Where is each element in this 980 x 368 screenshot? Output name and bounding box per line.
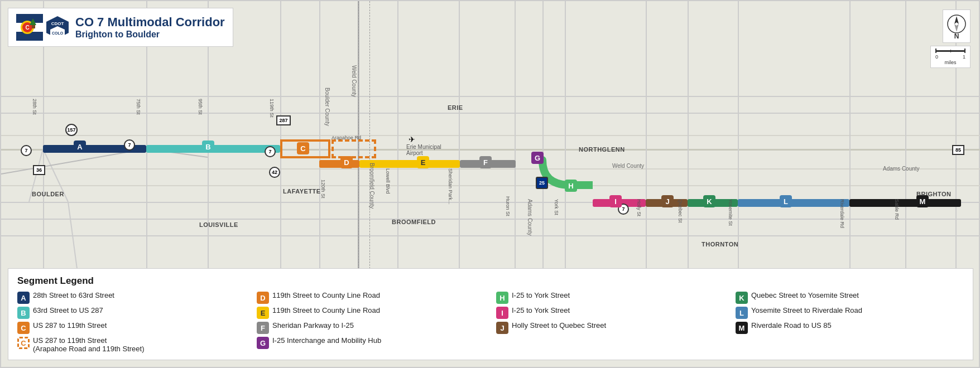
legend-item-e: E 119th Street to County Line Road xyxy=(257,306,485,319)
segment-d xyxy=(319,160,359,168)
legend-item-l: L Yosemite Street to Riverdale Road xyxy=(736,306,964,319)
hwy-36-shield: 36 xyxy=(33,165,45,175)
legend-badge-k: K xyxy=(736,292,748,304)
75th-st-label: 75th St xyxy=(136,99,141,115)
hwy-7-shield-1: 7 xyxy=(21,145,32,156)
sub-title: Brighton to Boulder xyxy=(75,30,225,40)
hwy-287-shield: 287 xyxy=(276,115,291,125)
legend-badge-l: L xyxy=(736,307,748,319)
segment-j-label: J xyxy=(661,195,674,207)
legend-box: Segment Legend A 28th Street to 63rd Str… xyxy=(8,268,973,360)
legend-title: Segment Legend xyxy=(17,275,964,287)
segment-c-map-label: C xyxy=(297,142,309,154)
louisville-label: LOUISVILLE xyxy=(199,221,238,228)
legend-label-m: Riverdale Road to US 85 xyxy=(751,321,832,330)
legend-label-c: US 287 to 119th Street xyxy=(33,321,107,330)
legend-badge-c2: C xyxy=(17,337,30,349)
erie-label: ERIE xyxy=(448,104,463,111)
sheridan-pkwy-label: Sheridan Park... xyxy=(448,168,453,205)
legend-label-h: I-25 to York Street xyxy=(512,291,570,299)
segment-h-label: H xyxy=(565,180,577,192)
120th-st-label: 120th St xyxy=(320,180,326,198)
legend-label-g: I-25 Interchange and Mobility Hub xyxy=(272,336,381,345)
svg-text:CDOT: CDOT xyxy=(51,21,64,26)
segment-m xyxy=(849,199,961,207)
legend-badge-d: D xyxy=(257,292,269,304)
segment-i-label: I xyxy=(609,195,622,207)
95th-st-label: 95th St xyxy=(198,99,203,115)
legend-grid: A 28th Street to 63rd Street B 63rd Stre… xyxy=(17,291,964,353)
thornton-label: THORNTON xyxy=(702,241,738,248)
york-st-label: York St xyxy=(554,199,559,215)
north-arrow: N xyxy=(943,9,971,43)
quebec-st-label: Quebec St xyxy=(678,199,683,223)
main-title: CO 7 Multimodal Corridor xyxy=(75,15,225,30)
hwy-7-shield-3: 7 xyxy=(265,146,276,157)
legend-item-d: D 119th Street to County Line Road xyxy=(257,291,485,304)
svg-marker-19 xyxy=(954,16,959,24)
legend-badge-g: G xyxy=(257,337,269,349)
broomfield-county-label: Broomfield County xyxy=(369,163,375,209)
segment-l-label: L xyxy=(780,195,792,207)
huron-st-label: Huron St xyxy=(505,196,511,216)
riverdale-rd-label: Riverdale Rd xyxy=(839,199,845,228)
legend-badge-i: I xyxy=(496,307,508,319)
hwy-7-shield-2: 7 xyxy=(124,139,135,151)
airport-label: Erie MunicipalAirport xyxy=(406,144,441,156)
legend-label-b: 63rd Street to US 287 xyxy=(33,306,103,314)
segment-g-map-label: G xyxy=(531,152,544,164)
legend-badge-b: B xyxy=(17,307,30,319)
segment-f-label: F xyxy=(479,156,492,168)
segment-a-label: A xyxy=(74,141,86,153)
legend-label-c2: US 287 to 119th Street(Arapahoe Road and… xyxy=(33,336,144,353)
legend-label-j: Holly Street to Quebec Street xyxy=(512,321,606,330)
hwy-25-shield: 25 xyxy=(536,177,548,189)
legend-item-f: F Sheridan Parkway to I-25 xyxy=(257,321,485,334)
lafayette-label: LAFAYETTE xyxy=(283,188,321,195)
legend-item-i: I I-25 to York Street xyxy=(496,306,724,319)
airport-icon: ✈ xyxy=(409,135,415,144)
segment-k-label: K xyxy=(703,195,715,207)
legend-item-a: A 28th Street to 63rd Street xyxy=(17,291,246,304)
hwy-42-shield: 42 xyxy=(269,167,280,178)
sable-rd-label: Sable Rd xyxy=(894,199,900,220)
legend-item-h: H I-25 to York Street xyxy=(496,291,724,304)
holly-st-label: Holly St xyxy=(636,199,642,216)
weld-county-label: Weld County xyxy=(351,65,357,97)
legend-item-j: J Holly Street to Quebec Street xyxy=(496,321,724,334)
weld-county-label2: Weld County xyxy=(612,163,644,169)
segment-d-label: D xyxy=(340,156,353,168)
legend-item-g: G I-25 Interchange and Mobility Hub xyxy=(257,336,485,349)
legend-badge-j: J xyxy=(496,322,508,334)
legend-badge-m: M xyxy=(736,322,748,334)
legend-item-c: C US 287 to 119th Street xyxy=(17,321,246,334)
svg-rect-13 xyxy=(32,25,35,28)
segment-c2-box xyxy=(332,139,376,158)
legend-item-k: K Quebec Street to Yosemite Street xyxy=(736,291,964,304)
segment-b-label: B xyxy=(202,141,214,153)
legend-badge-e: E xyxy=(257,307,269,319)
yosemite-st-label: Yosemite St xyxy=(728,199,733,226)
legend-label-e: 119th Street to County Line Road xyxy=(272,306,380,314)
colorado-flag-logo: C xyxy=(16,14,43,41)
main-container: C G A B D E F I J K L M H xyxy=(0,0,980,368)
legend-label-l: Yosemite Street to Riverdale Road xyxy=(751,306,862,314)
legend-item-b: B 63rd Street to US 287 xyxy=(17,306,246,319)
legend-item-c2: C US 287 to 119th Street(Arapahoe Road a… xyxy=(17,336,246,353)
legend-badge-h: H xyxy=(496,292,508,304)
adams-county-label2: Adams County xyxy=(883,166,920,172)
header-box: C CDOT COLO CO 7 Multimodal Corridor Bri… xyxy=(8,8,233,47)
adams-county-label: Adams County xyxy=(527,199,533,236)
legend-label-f: Sheridan Parkway to I-25 xyxy=(272,321,354,330)
119th-st-label: 119th St xyxy=(269,99,275,118)
legend-label-k: Quebec Street to Yosemite Street xyxy=(751,291,859,299)
svg-text:C: C xyxy=(25,25,29,31)
28th-st-label: 28th St xyxy=(32,99,37,115)
svg-text:N: N xyxy=(954,32,959,38)
hwy-85-shield: 85 xyxy=(952,145,964,155)
scale-bar: 01 miles xyxy=(930,46,971,68)
segment-e-label: E xyxy=(417,156,429,168)
legend-label-a: 28th Street to 63rd Street xyxy=(33,291,114,299)
northglenn-label: NORTHGLENN xyxy=(579,146,625,153)
scale-label: 01 miles xyxy=(935,49,965,65)
